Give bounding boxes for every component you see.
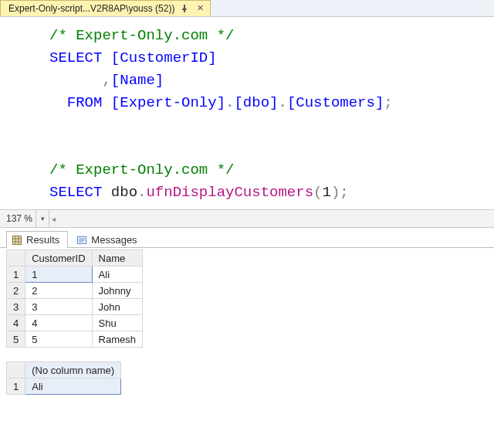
results-pane: CustomerID Name 1 1 Ali 2 2 Johnny 3 3 J… xyxy=(0,248,494,448)
sql-editor[interactable]: /* Expert-Only.com */ SELECT [CustomerID… xyxy=(0,17,494,209)
code-comment: /* Expert-Only.com */ xyxy=(49,27,234,44)
cell[interactable]: 1 xyxy=(25,266,92,283)
results-tabbar: Results Messages xyxy=(0,228,494,248)
document-tab[interactable]: Expert-Only-script...V2R8AP\youss (52)) … xyxy=(0,0,211,16)
cell[interactable]: Ali xyxy=(92,266,142,283)
cell[interactable]: 5 xyxy=(25,331,92,348)
zoom-bar: 137 % ▾ ◂ xyxy=(0,209,494,228)
column-header[interactable]: CustomerID xyxy=(25,250,92,266)
cell[interactable]: Ramesh xyxy=(92,331,142,348)
code-punct: , xyxy=(102,72,110,89)
chevron-left-icon[interactable]: ◂ xyxy=(49,215,62,223)
cell[interactable]: 2 xyxy=(25,283,92,299)
table-row: 3 3 John xyxy=(7,299,143,315)
cell[interactable]: Shu xyxy=(92,315,142,331)
row-header[interactable]: 5 xyxy=(7,331,25,348)
tab-results[interactable]: Results xyxy=(6,231,68,248)
code-punct: . xyxy=(137,184,146,201)
code-keyword: SELECT xyxy=(49,184,102,201)
tab-results-label: Results xyxy=(26,234,59,246)
cell[interactable]: 3 xyxy=(25,299,92,315)
code-identifier: [Name] xyxy=(111,72,164,89)
code-keyword: SELECT xyxy=(49,49,102,66)
code-identifier: [CustomerID] xyxy=(111,49,217,66)
code-comment: /* Expert-Only.com */ xyxy=(49,161,234,178)
code-punct: ; xyxy=(340,184,348,201)
messages-icon xyxy=(76,235,87,246)
table-row: 2 2 Johnny xyxy=(7,283,143,299)
tab-messages-label: Messages xyxy=(91,234,137,246)
cell[interactable]: 4 xyxy=(25,315,92,331)
svg-rect-0 xyxy=(13,236,22,244)
code-identifier: [Customers] xyxy=(287,94,384,111)
tab-messages[interactable]: Messages xyxy=(71,231,145,248)
cell[interactable]: Johnny xyxy=(92,283,142,299)
zoom-dropdown[interactable]: ▾ xyxy=(36,210,49,227)
row-header[interactable]: 2 xyxy=(7,283,25,299)
cell[interactable]: John xyxy=(92,299,142,315)
table-row: 4 4 Shu xyxy=(7,315,143,331)
code-punct: . xyxy=(225,94,234,111)
code-punct: ; xyxy=(384,94,392,111)
code-punct: . xyxy=(278,94,286,111)
code-arg: 1 xyxy=(322,184,330,201)
row-header[interactable]: 1 xyxy=(7,266,25,283)
grid-icon xyxy=(12,235,22,246)
result-grid-1[interactable]: CustomerID Name 1 1 Ali 2 2 Johnny 3 3 J… xyxy=(6,249,143,348)
table-row: 5 5 Ramesh xyxy=(7,331,143,348)
grid-corner[interactable] xyxy=(7,250,25,266)
code-punct: ) xyxy=(331,184,340,201)
result-grid-2[interactable]: (No column name) 1 Ali xyxy=(6,361,121,395)
document-tab-title: Expert-Only-script...V2R8AP\youss (52)) xyxy=(8,3,174,14)
code-identifier: [dbo] xyxy=(234,94,278,111)
code-identifier: [Expert-Only] xyxy=(111,94,225,111)
row-header[interactable]: 1 xyxy=(7,378,25,395)
code-keyword: FROM xyxy=(67,94,103,111)
document-tabstrip: Expert-Only-script...V2R8AP\youss (52)) … xyxy=(0,0,494,17)
code-punct: ( xyxy=(313,184,322,201)
zoom-percent: 137 % xyxy=(0,213,36,224)
cell[interactable]: Ali xyxy=(25,378,121,395)
code-function: ufnDisplayCustomers xyxy=(146,184,313,201)
table-row: 1 1 Ali xyxy=(7,266,143,283)
column-header[interactable]: Name xyxy=(92,250,142,266)
close-icon[interactable]: ✕ xyxy=(195,3,205,14)
row-header[interactable]: 4 xyxy=(7,315,25,331)
pin-icon[interactable] xyxy=(179,3,190,14)
grid-corner[interactable] xyxy=(7,362,25,378)
column-header[interactable]: (No column name) xyxy=(25,362,121,378)
row-header[interactable]: 3 xyxy=(7,299,25,315)
table-row: 1 Ali xyxy=(7,378,121,395)
code-text: dbo xyxy=(102,184,137,201)
